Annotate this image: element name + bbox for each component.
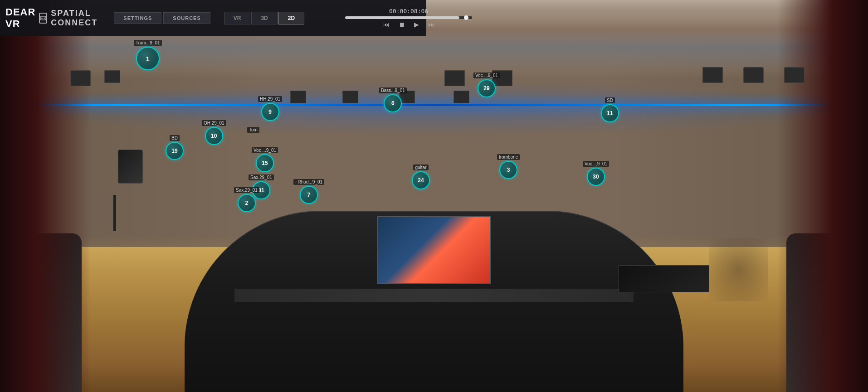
transport-buttons: ⏮ ⏹ ▶ ⏭: [345, 21, 472, 28]
ceiling-speaker-6: [342, 91, 358, 103]
svg-rect-0: [40, 16, 46, 20]
source-11[interactable]: SD 11: [601, 97, 619, 122]
source-10-label: OH.29_01: [202, 120, 226, 126]
source-1[interactable]: Trum...9_01 1: [134, 40, 162, 70]
dear-label: DEAR VR: [5, 6, 35, 30]
source-tom[interactable]: Tom: [247, 127, 259, 134]
fader-row: [234, 289, 634, 302]
vr-box-icon: [39, 13, 47, 24]
source-24[interactable]: guitar 24: [412, 165, 430, 189]
source-3-marker: 3: [499, 161, 517, 179]
drum-kit: [709, 238, 768, 301]
source-7-marker: 7: [300, 186, 318, 204]
ceiling-speaker-4: [784, 67, 805, 83]
ceiling-speaker-9: [444, 70, 465, 86]
source-3[interactable]: trombone 3: [497, 154, 520, 179]
product-name: SPATIAL CONNECT: [51, 9, 100, 28]
source-24-label: guitar: [413, 165, 428, 170]
source-15[interactable]: Voc ...9_01 15: [252, 147, 278, 172]
source-30-marker: 30: [587, 168, 605, 186]
tab-3d[interactable]: 3D: [251, 12, 277, 24]
source-10[interactable]: OH.29_01 10: [202, 120, 226, 145]
source-11-label: SD: [605, 97, 615, 103]
source-11-marker: 11: [601, 104, 619, 122]
source-7[interactable]: · Rhod...9_01 7: [293, 179, 324, 204]
source-1-marker: 1: [136, 47, 160, 70]
source-1-label: Trum...9_01: [134, 40, 162, 46]
knobs-row: [259, 307, 609, 316]
ceiling-speaker-1: [70, 70, 91, 86]
source-15-label: Voc ...9_01: [252, 147, 278, 153]
play-button[interactable]: ▶: [414, 21, 419, 28]
ceiling-speaker-2: [104, 70, 120, 83]
source-7-label: · Rhod...9_01: [293, 179, 324, 185]
source-6[interactable]: Bass...9_01 6: [379, 87, 407, 112]
svg-point-1: [41, 17, 43, 19]
source-9-label: HH.29_01: [258, 96, 282, 102]
mixing-console: [185, 211, 683, 392]
source-15-marker: 15: [256, 154, 274, 172]
source-10-marker: 10: [205, 127, 223, 145]
settings-button[interactable]: SETTINGS: [114, 12, 161, 24]
left-monitor-speaker: [118, 150, 143, 184]
left-monitor-stand: [113, 195, 116, 231]
blue-glow: [0, 82, 868, 136]
source-2[interactable]: Sax.29_01 2: [234, 187, 259, 212]
control-panel: DEAR VR SPATIAL CONNECT SETTINGS SOURCES…: [0, 0, 426, 36]
source-29[interactable]: Voc ...9_01 29: [473, 73, 500, 97]
svg-point-2: [44, 17, 45, 19]
tab-vr[interactable]: VR: [224, 12, 251, 24]
ceiling-speaker-3: [743, 67, 764, 83]
source-2-marker: 2: [238, 194, 256, 212]
skip-back-button[interactable]: ⏮: [383, 21, 390, 28]
source-29-label: Voc ...9_01: [473, 73, 500, 78]
right-curtain: [777, 0, 868, 392]
left-curtain: [0, 0, 91, 392]
ceiling-speaker-5: [290, 91, 306, 103]
source-2-label: Sax.29_01: [234, 187, 259, 193]
source-9-marker: 9: [261, 103, 279, 121]
tab-2d[interactable]: 2D: [278, 12, 304, 24]
source-24-marker: 24: [412, 171, 430, 189]
source-29-marker: 29: [478, 79, 496, 97]
transport-area: 00:00:08:06 ⏮ ⏹ ▶ ⏭: [345, 8, 472, 28]
ceiling-speaker-11: [702, 67, 723, 83]
source-19-label: BD: [170, 135, 180, 141]
progress-bar-fill: [345, 16, 459, 19]
source-6-marker: 6: [384, 94, 402, 112]
source-30-label: Voc ...9_01: [583, 161, 609, 167]
source-19[interactable]: BD 19: [166, 135, 184, 160]
source-30[interactable]: Voc ...9_01 30: [583, 161, 609, 186]
skip-forward-button[interactable]: ⏭: [428, 21, 434, 28]
progress-thumb: [464, 15, 468, 20]
view-tabs: VR 3D 2D: [224, 12, 304, 24]
stop-button[interactable]: ⏹: [399, 21, 405, 28]
sources-button[interactable]: SOURCES: [163, 12, 210, 24]
source-31-label: Sax.29_01: [249, 174, 274, 180]
ceiling-speaker-8: [454, 91, 469, 103]
progress-bar[interactable]: [345, 16, 472, 19]
keyboard: [619, 265, 709, 292]
source-9[interactable]: HH.29_01 9: [258, 96, 282, 121]
nav-buttons: SETTINGS SOURCES: [114, 12, 210, 24]
monitor-screen: [377, 216, 491, 284]
source-3-label: trombone: [497, 154, 520, 160]
source-19-marker: 19: [166, 142, 184, 160]
time-display: 00:00:08:06: [345, 8, 472, 15]
brand-logo: DEAR VR SPATIAL CONNECT: [5, 6, 100, 30]
source-tom-label: Tom: [247, 127, 259, 133]
source-6-label: Bass...9_01: [379, 87, 407, 93]
